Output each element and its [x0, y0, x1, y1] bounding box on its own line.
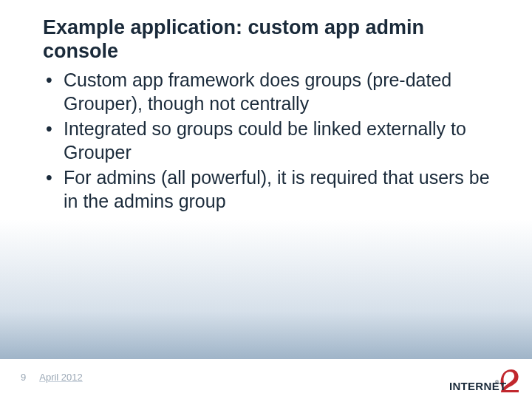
- logo-registered: ®: [495, 380, 499, 385]
- bullet-item: For admins (all powerful), it is require…: [43, 166, 502, 213]
- footer-date: April 2012: [39, 372, 83, 383]
- bullet-item: Integrated so groups could be linked ext…: [43, 117, 502, 164]
- footer-bar: 9 April 2012: [21, 372, 83, 383]
- bullet-item: Custom app framework does groups (pre-da…: [43, 68, 502, 115]
- slide-footer: 9 April 2012 INTERNET ®: [0, 359, 532, 399]
- slide-content: Example application: custom app admin co…: [43, 16, 502, 214]
- slide-title: Example application: custom app admin co…: [43, 16, 502, 64]
- page-number: 9: [21, 372, 26, 383]
- internet2-logo-icon: INTERNET ®: [449, 361, 520, 393]
- bullet-list: Custom app framework does groups (pre-da…: [43, 68, 502, 213]
